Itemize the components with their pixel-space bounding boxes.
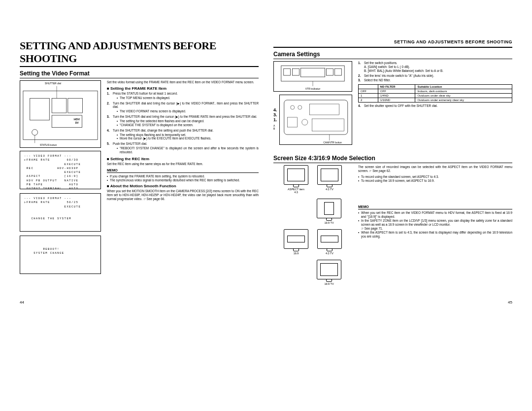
memo-heading-2: MEMO bbox=[358, 205, 512, 209]
svg-rect-4 bbox=[68, 98, 83, 113]
camera-steps: 1.Set the switch positions. A. [GAIN] sw… bbox=[358, 61, 512, 82]
svg-point-19 bbox=[290, 105, 294, 109]
motion-text: When you set the MOTION SMOOTH item on t… bbox=[107, 189, 259, 201]
diagram-vtr: VTR indicator bbox=[273, 61, 352, 92]
svg-text:HDV: HDV bbox=[74, 118, 80, 121]
tv-43-output bbox=[317, 165, 342, 185]
sub-frame-rate: Setting the FRAME RATE Item bbox=[107, 86, 259, 91]
svg-rect-23 bbox=[312, 119, 344, 131]
label-shutter-dial: SHUTTER dial bbox=[45, 82, 61, 85]
svg-text:DV: DV bbox=[75, 122, 79, 124]
svg-point-20 bbox=[298, 105, 301, 109]
page-left: SETTING AND ADJUSTMENTS BEFORE SHOOTING … bbox=[20, 39, 259, 305]
frame-rate-steps: 1.Press the STATUS button for at least 1… bbox=[107, 92, 259, 155]
svg-rect-2 bbox=[30, 98, 50, 120]
svg-rect-18 bbox=[309, 104, 339, 115]
svg-point-1 bbox=[32, 130, 38, 136]
section-title-right: SETTING AND ADJUSTMENTS BEFORE SHOOTING bbox=[273, 39, 512, 48]
rec-text: Set the REC item using the same steps as… bbox=[107, 162, 259, 166]
menu-screen-3: REBOOT! SYSTEM CHANGE bbox=[20, 236, 101, 274]
section-title: SETTING AND ADJUSTMENTS BEFORE SHOOTING bbox=[20, 39, 259, 67]
memo-list-2: When you set the REC item on the VIDEO F… bbox=[358, 211, 512, 238]
svg-rect-11 bbox=[300, 68, 325, 77]
tv-169-from-43 bbox=[317, 199, 341, 218]
camera-illustration: HDV DV bbox=[20, 81, 100, 147]
nd-filter-table: ND FILTERSuitable Location OFFOFFIndoors… bbox=[358, 84, 512, 103]
label-status-button: STATUS button bbox=[40, 143, 57, 146]
tv-169-output bbox=[317, 260, 341, 279]
diagram-camera-controls: HDV DV SHUTTER dial STATUS button bbox=[20, 80, 101, 148]
tv-aspect-43-source bbox=[284, 165, 308, 185]
sub-rec-item: Setting the REC Item bbox=[107, 157, 259, 161]
tv-43-from-169 bbox=[317, 229, 342, 249]
page-number-right: 45 bbox=[273, 290, 512, 305]
svg-rect-14 bbox=[327, 68, 333, 75]
svg-rect-15 bbox=[334, 68, 341, 75]
svg-rect-3 bbox=[52, 98, 66, 113]
heading-screen-size: Screen Size 4:3/16:9 Mode Selection bbox=[273, 155, 512, 163]
heading-camera-settings: Camera Settings bbox=[273, 51, 512, 59]
svg-rect-21 bbox=[287, 117, 297, 127]
memo-heading: MEMO bbox=[107, 169, 259, 173]
camera-step-4: 4.Set the shutter speed to OFF with the … bbox=[358, 104, 512, 108]
label-camvtr: CAM/VTR button bbox=[323, 141, 342, 144]
aspect-diagram: ASPECT item 4:3 4:3 TV 16:9 TV bbox=[273, 165, 352, 290]
callout-numbers: 4. 3. 1. A B bbox=[273, 107, 277, 130]
memo-list: If you change the FRAME RATE item settin… bbox=[107, 174, 259, 182]
svg-rect-12 bbox=[284, 68, 291, 75]
diagram-camera-side: CAM/VTR button bbox=[279, 95, 352, 145]
sub-motion-smooth: About the Motion Smooth Function bbox=[107, 184, 259, 188]
page-right: SETTING AND ADJUSTMENTS BEFORE SHOOTING … bbox=[273, 39, 512, 305]
menu-screen-1: --- VIDEO FORMAT --- ▷FRAME RATE 60/30 E… bbox=[20, 151, 101, 189]
page-number-left: 44 bbox=[20, 290, 259, 305]
intro-text: Set the video format using the FRAME RAT… bbox=[107, 80, 259, 84]
aspect-bullets: To record using the standard screen, set… bbox=[358, 175, 512, 183]
screen-size-intro: The screen size of recorded images can b… bbox=[358, 165, 512, 173]
tv-aspect-169-source bbox=[284, 229, 308, 249]
label-vtr: VTR indicator bbox=[274, 87, 352, 90]
svg-point-22 bbox=[301, 119, 307, 125]
menu-screen-2: --- VIDEO FORMAT --- ▷FRAME RATE 50/25 E… bbox=[20, 193, 101, 232]
heading-video-format: Setting the Video Format bbox=[20, 70, 259, 78]
svg-rect-13 bbox=[293, 68, 299, 75]
